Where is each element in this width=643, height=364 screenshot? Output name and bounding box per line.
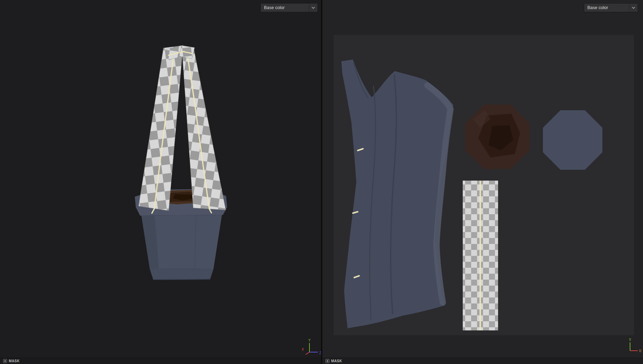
- axis-gizmo-uv: V U: [629, 338, 641, 353]
- mask-indicator: MASK: [3, 359, 20, 363]
- axis-gizmo-3d: Y X Z: [302, 338, 321, 355]
- axis-y-label: Y: [308, 338, 310, 342]
- viewport-3d-footer: MASK: [0, 358, 321, 364]
- uv-pot-side-shape: [341, 59, 453, 328]
- viewport-uv-canvas[interactable]: V U: [322, 0, 643, 358]
- app-window: Y X Z Base color MASK: [0, 0, 643, 364]
- pot-base-edge: [153, 279, 210, 280]
- pot-base: [150, 269, 214, 280]
- channel-dropdown-value: Base color: [584, 4, 629, 12]
- chevron-down-icon: [629, 4, 638, 12]
- strap-right-band: [182, 46, 226, 210]
- mask-icon: [326, 359, 329, 363]
- viewport-3d-panel: Y X Z Base color MASK: [0, 0, 321, 364]
- viewport-uv-footer: MASK: [322, 358, 643, 364]
- mask-label: MASK: [331, 359, 342, 363]
- uv-island-pot-bottom: [543, 110, 602, 170]
- viewport-uv-panel: V U Base color MASK: [322, 0, 643, 364]
- mask-indicator: MASK: [326, 359, 342, 363]
- axis-v-label: V: [629, 338, 631, 342]
- axis-x-line: [306, 352, 309, 355]
- strap-right: [182, 46, 226, 213]
- uv-island-strap: [463, 181, 498, 330]
- uv-island-soil: [465, 105, 530, 169]
- channel-dropdown-3d[interactable]: Base color: [260, 3, 318, 12]
- channel-dropdown-value: Base color: [261, 4, 309, 12]
- axis-x-label: X: [302, 348, 304, 351]
- mask-icon: [3, 359, 7, 363]
- uv-island-pot-side: [341, 59, 453, 328]
- strap-left: [139, 46, 183, 213]
- viewport-3d-canvas[interactable]: Y X Z: [0, 0, 321, 358]
- chevron-down-icon: [309, 4, 317, 12]
- strap-left-band: [139, 46, 183, 211]
- mask-label: MASK: [9, 359, 20, 363]
- channel-dropdown-uv[interactable]: Base color: [584, 3, 638, 12]
- axis-u-label: U: [639, 349, 641, 353]
